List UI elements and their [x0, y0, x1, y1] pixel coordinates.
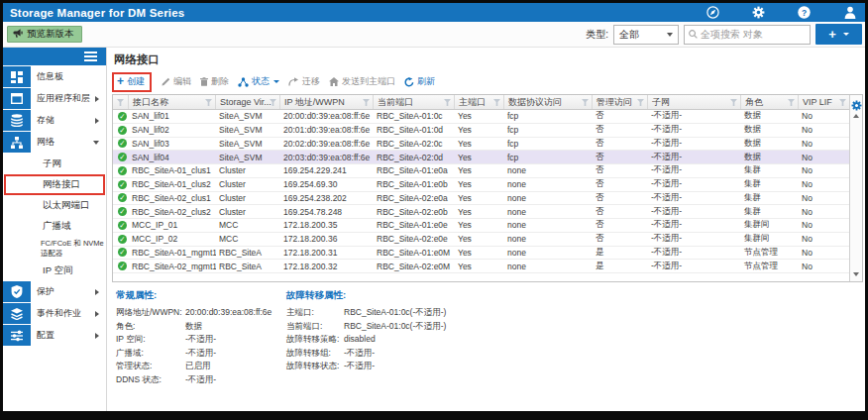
chevron-down-icon	[667, 33, 673, 37]
compass-icon[interactable]	[706, 6, 719, 19]
table-row[interactable]: ✓ RBC_SiteA-01_clus1 Cluster 169.254.229…	[113, 164, 849, 178]
details-panel: 常规属性: 网络地址/WWPN: 20:00:d0:39:ea:08:ff:6e…	[112, 289, 863, 386]
status-ok-icon: ✓	[118, 166, 127, 175]
column-header-subnet[interactable]: 子网	[648, 95, 741, 109]
property-row: 角色: 数据	[116, 320, 286, 334]
applications-icon	[3, 88, 31, 109]
chevron-right-icon	[95, 289, 99, 295]
chevron-down-icon	[843, 33, 849, 36]
sidebar-item-configuration[interactable]: 配置	[3, 325, 106, 346]
vertical-scrollbar[interactable]	[849, 95, 862, 281]
status-ok-icon: ✓	[118, 262, 127, 270]
filter-icon	[582, 99, 589, 106]
status-icon	[238, 77, 249, 87]
sidebar-item-protection[interactable]: 保护	[3, 281, 106, 302]
hamburger-icon[interactable]	[84, 50, 97, 63]
table-row[interactable]: ✓ RBC_SiteA-02_clus1 Cluster 169.254.238…	[113, 192, 849, 206]
sidebar-item-apps[interactable]: 应用程序和层	[3, 88, 106, 109]
chevron-right-icon	[95, 118, 99, 124]
table-row[interactable]: ✓ SAN_lif02 SiteA_SVM 20:01:d0:39:ea:08:…	[113, 124, 849, 138]
search-input[interactable]	[701, 29, 806, 40]
status-button[interactable]: 状态	[238, 75, 279, 88]
property-row: 网络地址/WWPN: 20:00:d0:39:ea:08:ff:6e	[116, 306, 286, 320]
column-header-mgmt-access[interactable]: 管理访问	[593, 95, 648, 109]
create-annotation-box: + 创建	[112, 72, 152, 92]
scroll-down-icon[interactable]	[853, 272, 859, 276]
storage-icon	[3, 110, 31, 131]
table-row[interactable]: ✓ MCC_IP_02 MCC 172.18.200.36 RBC_SiteA-…	[113, 233, 849, 247]
status-ok-icon: ✓	[118, 207, 127, 216]
sidebar-item-ethernet-ports[interactable]: 以太网端口	[3, 195, 106, 216]
filter-icon	[363, 99, 370, 106]
sidebar-item-network-interfaces[interactable]: 网络接口	[4, 174, 105, 195]
table-row[interactable]: ✓ SAN_lif01 SiteA_SVM 20:00:d0:39:ea:08:…	[113, 110, 849, 124]
filter-icon	[637, 99, 644, 106]
column-header-role[interactable]: 角色	[741, 95, 799, 109]
filter-icon	[730, 99, 737, 106]
chevron-right-icon	[95, 311, 99, 317]
column-header-protocols[interactable]: 数据协议访问	[504, 95, 593, 109]
toolbar: + 创建 编辑 删除 状态	[112, 73, 863, 90]
table-row[interactable]: ✓ RBC_SiteA-01_mgmt1 RBC_SiteA 172.18.20…	[113, 247, 849, 261]
user-icon[interactable]	[843, 6, 857, 19]
migrate-button[interactable]: 迁移	[288, 75, 320, 88]
table-row[interactable]: ✓ MCC_IP_01 MCC 172.18.200.35 RBC_SiteA-…	[113, 219, 849, 233]
status-ok-icon: ✓	[118, 248, 127, 257]
sidebar-header	[3, 48, 106, 65]
table-row[interactable]: ✓ SAN_lif03 SiteA_SVM 20:02:d0:39:ea:08:…	[113, 138, 849, 152]
filter-icon	[205, 99, 212, 106]
type-dropdown[interactable]: 全部	[613, 25, 679, 45]
chevron-right-icon	[95, 96, 99, 102]
megaphone-icon	[13, 29, 23, 41]
svg-text:?: ?	[802, 8, 807, 18]
column-settings-icon[interactable]	[851, 97, 862, 115]
sidebar-item-ipspaces[interactable]: IP 空间	[3, 261, 106, 281]
network-icon	[3, 132, 31, 153]
create-button[interactable]: + 创建	[117, 75, 145, 88]
status-ok-icon: ✓	[118, 139, 127, 148]
table-row[interactable]: ✓ RBC_SiteA-01_clus2 Cluster 169.254.69.…	[113, 178, 849, 192]
status-ok-icon: ✓	[118, 112, 127, 121]
filter-icon	[117, 99, 124, 106]
column-header-status[interactable]	[113, 95, 129, 109]
filter-icon	[839, 99, 846, 106]
column-header-home-port[interactable]: 主端口	[455, 95, 504, 109]
pencil-icon	[162, 77, 170, 86]
table-row[interactable]: ✓ RBC_SiteA-02_clus2 Cluster 169.254.78.…	[113, 205, 849, 219]
column-header-vip-lif[interactable]: VIP LIF	[799, 95, 849, 109]
status-ok-icon: ✓	[118, 235, 127, 244]
sidebar-item-fc-adapters[interactable]: FC/FCoE 和 NVMe 适配器	[3, 237, 106, 261]
gear-icon[interactable]	[752, 6, 765, 19]
sidebar-item-dashboard[interactable]: 信息板	[3, 66, 106, 87]
send-to-home-port-button[interactable]: 发送到主端口	[329, 75, 395, 88]
sidebar-item-subnets[interactable]: 子网	[3, 154, 106, 174]
top-bar: Storage Manager for DM Series ?	[3, 3, 865, 22]
refresh-button[interactable]: 刷新	[404, 75, 435, 88]
sidebar-item-storage[interactable]: 存储	[3, 110, 106, 131]
delete-button[interactable]: 删除	[200, 75, 229, 88]
edit-button[interactable]: 编辑	[162, 75, 191, 88]
column-header-svm[interactable]: Storage Vir...	[216, 95, 280, 109]
scroll-up-icon[interactable]	[853, 114, 859, 118]
table-row[interactable]: ✓ SAN_lif04 SiteA_SVM 20:03:d0:39:ea:08:…	[113, 151, 849, 164]
status-ok-icon: ✓	[118, 153, 127, 161]
app-title: Storage Manager for DM Series	[10, 7, 184, 19]
trash-icon	[200, 77, 208, 86]
column-header-current-port[interactable]: 当前端口	[374, 95, 455, 109]
add-button[interactable]: +	[815, 24, 862, 45]
column-header-name[interactable]: 接口名称	[129, 95, 216, 109]
main-content: 网络接口 + 创建 编辑 删除 状态	[107, 48, 865, 411]
status-ok-icon: ✓	[118, 126, 127, 135]
table-row[interactable]: ✓ RBC_SiteA-02_mgmt1 RBC_SiteA 172.18.20…	[113, 260, 849, 273]
preview-new-version-button[interactable]: 预览新版本	[7, 26, 82, 43]
chevron-right-icon	[95, 333, 99, 339]
filter-icon	[788, 99, 795, 106]
column-header-ip[interactable]: IP 地址/WWPN	[280, 95, 374, 109]
sidebar-item-broadcast-domains[interactable]: 广播域	[3, 216, 106, 237]
help-icon[interactable]: ?	[798, 6, 811, 19]
sidebar-item-events-jobs[interactable]: 事件和作业	[3, 303, 106, 324]
filter-icon	[493, 99, 500, 106]
plus-icon: +	[828, 28, 836, 41]
sidebar-item-network[interactable]: 网络	[3, 132, 106, 153]
status-ok-icon: ✓	[118, 193, 127, 202]
